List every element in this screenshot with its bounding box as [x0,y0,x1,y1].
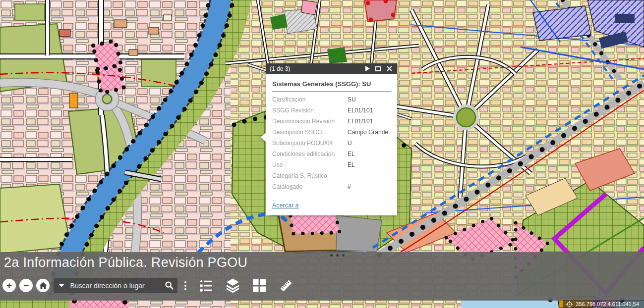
feature-popup: (1 de 3) Sistemas Generales (SSGG): SU C… [266,63,397,215]
panel-handle-icon[interactable] [330,254,345,257]
search-input[interactable] [69,282,161,290]
app-title: 2a Información Pública. Revisión PGOU [0,252,644,270]
orange-parcel [69,93,78,108]
field-row: SSGG RevisiónEL01/101 [272,105,391,116]
layers-icon [226,278,240,293]
bottom-panel: 2a Información Pública. Revisión PGOU + … [0,252,644,301]
home-icon [39,282,47,289]
field-row: Categoría S. Rústico [272,170,391,181]
layers-button[interactable] [226,278,240,293]
ruler-icon [279,278,293,293]
field-row: Denominación RevisiónEL01/101 [272,116,391,127]
map-toolbar: + − [2,278,293,293]
legend-icon [198,279,213,292]
search-button[interactable] [161,278,177,293]
popup-header: (1 de 3) [266,63,397,74]
popup-pager: (1 de 3) [270,65,361,72]
search-widget [54,278,177,293]
basemap-gallery-button[interactable] [253,279,266,292]
zoom-in-button[interactable]: + [2,279,16,292]
more-tools-button[interactable] [181,279,189,292]
crosshair-icon [566,301,573,308]
field-row: Catalogado# [272,181,391,192]
caret-down-icon [59,284,64,287]
home-button[interactable] [36,279,50,292]
zoom-to-link[interactable]: Acercar a [272,202,299,209]
zoom-out-button[interactable]: − [19,279,33,292]
legend-button[interactable] [198,279,213,292]
popup-body: Sistemas Generales (SSGG): SU Clasificac… [266,74,397,215]
next-feature-icon[interactable] [363,65,372,73]
coordinate-widget[interactable]: 356.798,072 4.611.041,54 [563,300,644,308]
search-icon [165,281,174,290]
popup-pointer [261,132,267,143]
field-row: ClasificaciónSU [272,94,391,105]
field-row: UsoEL [272,159,391,170]
field-row: Subconjunto PGOU/04U [272,138,391,149]
maximize-icon[interactable] [374,65,383,73]
basemap-grid-icon [253,279,266,292]
field-row: Descripción SSGGCampo Grande [272,127,391,138]
search-source-dropdown[interactable] [54,278,69,293]
close-icon[interactable] [385,65,394,73]
coordinate-value: 356.798,072 4.611.041,54 [576,301,639,307]
measure-button[interactable] [279,278,293,293]
field-row: Condiciones edificaciónEL [272,149,391,159]
popup-title: Sistemas Generales (SSGG): SU [272,78,391,92]
